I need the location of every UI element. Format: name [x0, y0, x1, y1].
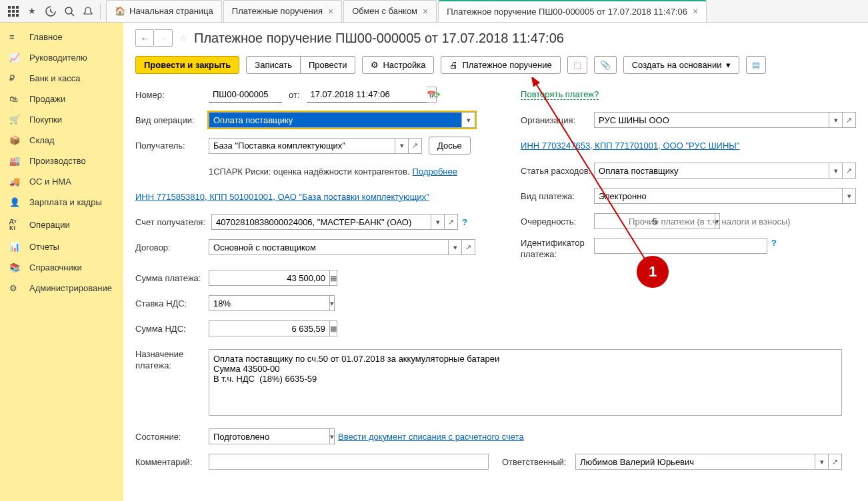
identifier-input[interactable] — [594, 238, 767, 254]
calculator-icon[interactable]: ▦ — [330, 270, 337, 286]
open-icon[interactable]: ↗ — [445, 214, 458, 230]
create-based-button[interactable]: Создать на основании ▾ — [623, 56, 739, 74]
expense-input[interactable] — [594, 163, 829, 179]
sidebar-item-label: Руководителю — [29, 53, 87, 63]
open-icon[interactable]: ↗ — [843, 163, 856, 179]
help-icon[interactable]: ? — [462, 217, 467, 227]
sidebar-item-purchases[interactable]: 🛒Покупки — [0, 109, 123, 130]
tab-bank-exchange[interactable]: Обмен с банком× — [343, 0, 437, 22]
sidebar-item-label: Покупки — [29, 115, 62, 125]
repeat-payment-link[interactable]: Повторять платеж? — [521, 89, 599, 100]
structure-button[interactable]: ⬚ — [567, 56, 587, 74]
spark-more-link[interactable]: Подробнее — [413, 167, 457, 177]
number-input[interactable] — [209, 87, 282, 103]
post-and-close-button[interactable]: Провести и закрыть — [135, 56, 239, 74]
open-icon[interactable]: ↗ — [829, 454, 842, 470]
list-button[interactable]: ▤ — [746, 56, 766, 74]
payment-type-label: Вид платежа: — [521, 191, 594, 201]
dropdown-icon[interactable]: ▾ — [815, 454, 829, 470]
dropdown-icon[interactable]: ▾ — [449, 239, 462, 255]
open-icon[interactable]: ↗ — [462, 239, 475, 255]
dropdown-icon[interactable]: ▾ — [395, 138, 409, 154]
sidebar-item-catalogs[interactable]: 📚Справочники — [0, 257, 123, 278]
nav-back-button[interactable]: ← — [135, 29, 154, 47]
vat-rate-input[interactable] — [209, 295, 330, 311]
settings-button[interactable]: ⚙Настройка — [362, 56, 434, 74]
sidebar-item-label: Операции — [29, 220, 70, 230]
sidebar-item-label: Отчеты — [29, 242, 59, 252]
sidebar-item-manager[interactable]: 📈Руководителю — [0, 47, 123, 68]
org-input[interactable] — [594, 112, 829, 128]
dropdown-icon[interactable]: ▾ — [829, 112, 843, 128]
post-button[interactable]: Провести — [301, 56, 356, 74]
dropdown-icon[interactable]: ▾ — [330, 295, 335, 311]
tab-label: Платежные поручения — [232, 6, 323, 16]
dropdown-icon[interactable]: ▾ — [330, 428, 335, 444]
sidebar-item-production[interactable]: 🏭Производство — [0, 151, 123, 171]
vat-sum-label: Сумма НДС: — [135, 324, 209, 334]
sidebar-item-operations[interactable]: ДтКтОперации — [0, 213, 123, 237]
sidebar-item-admin[interactable]: ⚙Администрирование — [0, 278, 123, 298]
nav-forward-button[interactable]: → — [154, 29, 173, 47]
history-icon[interactable] — [41, 2, 60, 21]
close-icon[interactable]: × — [693, 6, 698, 17]
tab-home[interactable]: 🏠Начальная страница — [106, 0, 222, 22]
sidebar-item-assets[interactable]: 🚚ОС и НМА — [0, 171, 123, 192]
sidebar-item-label: ОС и НМА — [29, 177, 71, 187]
search-icon[interactable] — [60, 2, 79, 21]
date-input[interactable] — [307, 87, 427, 103]
op-type-input[interactable] — [209, 112, 462, 128]
dossier-button[interactable]: Досье — [429, 137, 471, 155]
org-details-link[interactable]: ИНН 7703247653, КПП 771701001, ООО "РУС … — [521, 141, 739, 151]
vat-sum-input[interactable] — [209, 320, 330, 336]
sidebar-item-bank[interactable]: ₽Банк и касса — [0, 68, 123, 89]
books-icon: 📚 — [9, 262, 23, 272]
favorite-button[interactable]: ☆ — [179, 33, 187, 43]
payment-type-input[interactable] — [594, 188, 843, 204]
create-writeoff-link[interactable]: Ввести документ списания с расчетного сч… — [338, 432, 524, 442]
dropdown-icon[interactable]: ▾ — [462, 112, 475, 128]
close-icon[interactable]: × — [328, 6, 333, 17]
svg-rect-2 — [16, 6, 19, 9]
help-icon[interactable]: ? — [771, 238, 777, 248]
gear-icon: ⚙ — [9, 283, 23, 293]
open-icon[interactable]: ↗ — [409, 138, 422, 154]
account-input[interactable] — [211, 214, 431, 230]
tab-payment-orders[interactable]: Платежные поручения× — [223, 0, 342, 22]
comment-input[interactable] — [209, 454, 489, 470]
sidebar-item-main[interactable]: ≡Главное — [0, 27, 123, 47]
sidebar-item-reports[interactable]: 📊Отчеты — [0, 237, 123, 257]
sum-input[interactable] — [209, 270, 330, 286]
save-button[interactable]: Записать — [246, 56, 301, 74]
sum-label: Сумма платежа: — [135, 273, 209, 283]
refresh-icon[interactable]: ⟳ — [433, 90, 441, 100]
tab-label: Обмен с банком — [352, 6, 417, 16]
tab-current-document[interactable]: Платежное поручение ПШ00-000005 от 17.07… — [438, 0, 707, 22]
sidebar-item-warehouse[interactable]: 📦Склад — [0, 130, 123, 151]
calculator-icon[interactable]: ▦ — [330, 320, 337, 336]
priority-label: Очередность: — [521, 217, 594, 227]
close-icon[interactable]: × — [423, 6, 428, 17]
attach-button[interactable]: 📎 — [594, 56, 617, 74]
tab-label: Платежное поручение ПШ00-000005 от 17.07… — [447, 7, 687, 17]
sidebar-item-hr[interactable]: 👤Зарплата и кадры — [0, 192, 123, 213]
svg-rect-5 — [16, 10, 19, 13]
dropdown-icon[interactable]: ▾ — [843, 188, 856, 204]
apps-icon[interactable] — [4, 2, 23, 21]
contract-input[interactable] — [209, 239, 449, 255]
purpose-textarea[interactable] — [209, 349, 842, 416]
sidebar-item-sales[interactable]: 🛍Продажи — [0, 89, 123, 109]
structure-icon: ⬚ — [573, 60, 581, 70]
responsible-input[interactable] — [575, 454, 815, 470]
dropdown-icon[interactable]: ▾ — [829, 163, 843, 179]
toolbar: Провести и закрыть Записать Провести ⚙На… — [135, 56, 856, 74]
bell-icon[interactable] — [79, 2, 97, 21]
menu-icon: ≡ — [9, 32, 23, 42]
open-icon[interactable]: ↗ — [843, 112, 856, 128]
recipient-details-link[interactable]: ИНН 7715853810, КПП 501001001, ОАО "База… — [135, 192, 429, 202]
dropdown-icon[interactable]: ▾ — [431, 214, 445, 230]
state-input[interactable] — [209, 428, 330, 444]
print-button[interactable]: 🖨Платежное поручение — [441, 56, 560, 74]
star-icon[interactable]: ★ — [23, 2, 41, 21]
recipient-input[interactable] — [209, 138, 395, 154]
